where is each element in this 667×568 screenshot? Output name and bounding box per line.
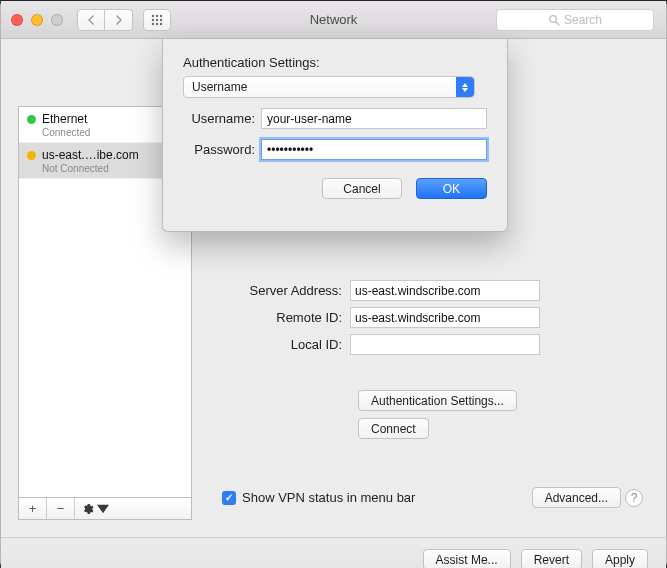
svg-point-5 bbox=[160, 18, 162, 20]
username-field[interactable] bbox=[261, 108, 487, 129]
search-placeholder: Search bbox=[564, 13, 602, 27]
server-address-label: Server Address: bbox=[200, 283, 350, 298]
svg-point-1 bbox=[156, 14, 158, 16]
sheet-title: Authentication Settings: bbox=[183, 55, 487, 70]
show-all-button[interactable] bbox=[143, 9, 171, 31]
remote-id-row: Remote ID: bbox=[200, 307, 540, 328]
list-footer: + − bbox=[18, 498, 192, 520]
ok-button[interactable]: OK bbox=[416, 178, 487, 199]
advanced-button[interactable]: Advanced... bbox=[532, 487, 621, 508]
status-dot-icon bbox=[27, 151, 36, 160]
svg-line-10 bbox=[556, 22, 559, 25]
connect-row: Connect bbox=[358, 418, 429, 439]
search-icon bbox=[548, 14, 560, 26]
assist-me-button[interactable]: Assist Me... bbox=[423, 549, 511, 568]
svg-point-6 bbox=[152, 22, 154, 24]
remove-service-button[interactable]: − bbox=[47, 498, 75, 519]
local-id-field[interactable] bbox=[350, 334, 540, 355]
network-name: us-east.…ibe.com bbox=[42, 148, 139, 162]
remote-id-label: Remote ID: bbox=[200, 310, 350, 325]
local-id-label: Local ID: bbox=[200, 337, 350, 352]
svg-point-8 bbox=[160, 22, 162, 24]
search-input[interactable]: Search bbox=[496, 9, 654, 31]
svg-point-3 bbox=[152, 18, 154, 20]
auth-type-select[interactable]: Username bbox=[183, 76, 475, 98]
action-menu-button[interactable] bbox=[75, 498, 115, 519]
cancel-button[interactable]: Cancel bbox=[322, 178, 401, 199]
add-service-button[interactable]: + bbox=[19, 498, 47, 519]
network-name: Ethernet bbox=[42, 112, 87, 126]
remote-id-field[interactable] bbox=[350, 307, 540, 328]
zoom-window-button[interactable] bbox=[51, 14, 63, 26]
local-id-row: Local ID: bbox=[200, 334, 540, 355]
authentication-sheet: Authentication Settings: Username Userna… bbox=[162, 39, 508, 232]
grid-icon bbox=[151, 14, 163, 26]
svg-point-4 bbox=[156, 18, 158, 20]
show-vpn-label: Show VPN status in menu bar bbox=[242, 490, 415, 505]
revert-button[interactable]: Revert bbox=[521, 549, 582, 568]
bottom-bar: Assist Me... Revert Apply bbox=[1, 537, 666, 568]
password-label: Password: bbox=[183, 142, 261, 157]
svg-point-2 bbox=[160, 14, 162, 16]
username-label: Username: bbox=[183, 111, 261, 126]
svg-point-9 bbox=[550, 15, 557, 22]
gear-icon bbox=[82, 503, 94, 515]
auth-type-value: Username bbox=[192, 80, 247, 94]
updown-icon bbox=[456, 77, 474, 97]
sheet-buttons: Cancel OK bbox=[183, 178, 487, 199]
chevron-left-icon bbox=[87, 15, 95, 25]
back-button[interactable] bbox=[77, 9, 105, 31]
traffic-lights bbox=[11, 14, 63, 26]
svg-point-0 bbox=[152, 14, 154, 16]
content-area: Ethernet Connected us-east.…ibe.com Not … bbox=[1, 39, 666, 567]
minimize-window-button[interactable] bbox=[31, 14, 43, 26]
show-vpn-checkbox[interactable]: ✓ bbox=[222, 491, 236, 505]
preferences-window: Network Search Ethernet Connected us-eas… bbox=[0, 0, 667, 568]
authentication-settings-button[interactable]: Authentication Settings... bbox=[358, 390, 517, 411]
titlebar: Network Search bbox=[1, 1, 666, 39]
svg-point-7 bbox=[156, 22, 158, 24]
show-vpn-row: ✓ Show VPN status in menu bar bbox=[222, 490, 415, 505]
forward-button[interactable] bbox=[105, 9, 133, 31]
apply-button[interactable]: Apply bbox=[592, 549, 648, 568]
chevron-right-icon bbox=[115, 15, 123, 25]
server-address-field[interactable] bbox=[350, 280, 540, 301]
auth-settings-row: Authentication Settings... bbox=[358, 390, 517, 411]
password-row: Password: bbox=[183, 139, 487, 160]
status-dot-icon bbox=[27, 115, 36, 124]
close-window-button[interactable] bbox=[11, 14, 23, 26]
connect-button[interactable]: Connect bbox=[358, 418, 429, 439]
server-address-row: Server Address: bbox=[200, 280, 540, 301]
username-row: Username: bbox=[183, 108, 487, 129]
chevron-down-icon bbox=[97, 503, 109, 515]
help-button[interactable]: ? bbox=[625, 489, 643, 507]
nav-buttons bbox=[77, 9, 133, 31]
password-field[interactable] bbox=[261, 139, 487, 160]
